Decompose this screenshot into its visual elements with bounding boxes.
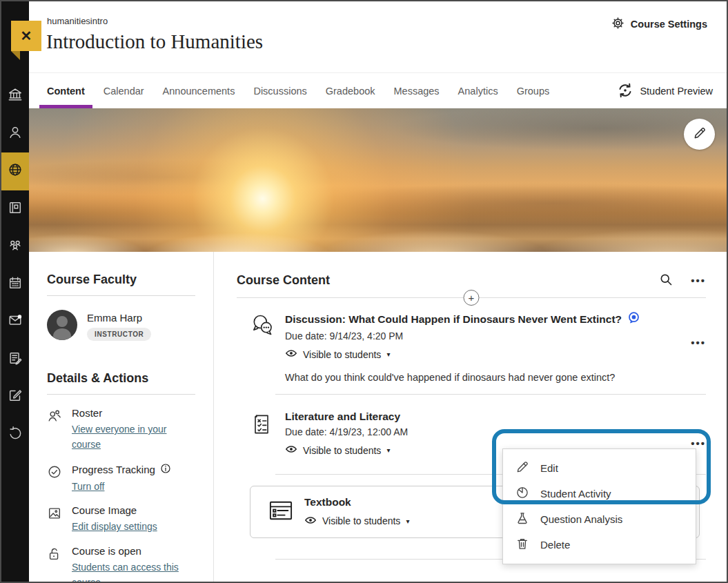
eye-icon (304, 514, 317, 528)
profile-icon (8, 125, 23, 143)
detail-row-course-image: Course Image Edit display settings (47, 504, 195, 534)
nav-courses[interactable] (1, 190, 29, 228)
pencil-icon (693, 126, 707, 142)
item-title-link[interactable]: Literature and Literacy (285, 411, 400, 423)
tab-groups[interactable]: Groups (517, 73, 550, 108)
page-title: Introduction to Humanities (46, 30, 263, 53)
course-open-link[interactable]: Students can access this course (72, 560, 195, 583)
student-preview-icon (617, 82, 633, 101)
progress-tracking-link[interactable]: Turn off (72, 479, 104, 494)
detail-row-roster: Roster View everyone in your course (47, 407, 195, 453)
content-more-options-button[interactable]: ••• (691, 275, 706, 286)
course-banner-image (29, 108, 727, 252)
grades-icon (8, 350, 23, 368)
edit-banner-button[interactable] (684, 119, 715, 150)
course-image-link[interactable]: Edit display settings (72, 519, 157, 534)
test-icon (250, 411, 275, 457)
tab-calendar[interactable]: Calendar (104, 73, 144, 108)
tab-discussions[interactable]: Discussions (253, 73, 306, 108)
item-description: What do you think could've happened if d… (285, 372, 706, 383)
eye-icon (285, 443, 297, 457)
item-context-menu: Edit Student Activity Question Analysis … (502, 448, 696, 564)
detail-row-progress-tracking: Progress Tracking Turn off (47, 463, 195, 494)
document-icon (268, 499, 294, 525)
role-badge: INSTRUCTOR (87, 328, 151, 341)
visibility-dropdown[interactable]: Visible to students ▾ (285, 347, 706, 362)
avatar (47, 310, 77, 340)
image-icon (47, 504, 63, 534)
faculty-name: Emma Harp (87, 310, 151, 324)
nav-institution[interactable] (1, 77, 29, 115)
tab-announcements[interactable]: Announcements (163, 73, 235, 108)
nav-tools[interactable] (1, 378, 29, 416)
nav-sign-out[interactable] (1, 416, 29, 454)
tab-messages[interactable]: Messages (394, 73, 440, 108)
institution-icon (8, 87, 23, 105)
discussion-more-options-button[interactable]: ••• (691, 337, 706, 348)
item-title-link[interactable]: Textbook (304, 496, 351, 508)
divider (47, 394, 195, 395)
visibility-dropdown[interactable]: Visible to students ▾ (304, 514, 409, 528)
tab-gradebook[interactable]: Gradebook (326, 73, 375, 108)
roster-icon (47, 407, 63, 453)
course-content-heading: Course Content (237, 273, 330, 288)
globe-icon (8, 162, 23, 180)
chevron-down-icon: ▾ (386, 446, 390, 454)
search-icon (659, 273, 673, 288)
menu-item-edit[interactable]: Edit (503, 455, 696, 481)
test-more-options-button[interactable]: ••• (691, 437, 706, 449)
tab-analytics[interactable]: Analytics (458, 73, 498, 108)
course-page: ✕ humanitiesintro Introduction to Humani… (0, 0, 728, 583)
flask-icon (515, 511, 529, 527)
nav-profile[interactable] (1, 115, 29, 153)
item-title-link[interactable]: Discussion: What Could Happen if Dinosau… (285, 313, 622, 326)
menu-item-question-analysis[interactable]: Question Analysis (503, 506, 696, 532)
course-faculty-heading: Course Faculty (47, 273, 195, 287)
student-preview-button[interactable]: Student Preview (617, 73, 713, 109)
content-item-discussion: Discussion: What Could Happen if Dinosau… (237, 298, 706, 394)
menu-item-delete[interactable]: Delete (503, 532, 696, 557)
open-lock-icon (47, 545, 63, 583)
nav-calendar[interactable] (1, 266, 29, 304)
course-details-panel: Course Faculty Emma Harp INSTRUCTOR Deta… (29, 252, 214, 582)
discussion-icon (250, 311, 275, 383)
pie-chart-icon (515, 486, 529, 502)
messages-icon (8, 313, 23, 330)
due-date: Due date: 9/14/23, 4:20 PM (285, 330, 706, 342)
pencil-icon (515, 460, 529, 476)
chevron-down-icon: ▾ (406, 517, 409, 525)
nav-messages[interactable] (1, 303, 29, 341)
calendar-icon (8, 275, 23, 293)
gear-icon (611, 17, 624, 32)
breadcrumb: humanitiesintro (47, 16, 108, 26)
info-icon[interactable] (160, 463, 171, 476)
course-settings-button[interactable]: Course Settings (611, 17, 707, 32)
detail-row-course-open: Course is open Students can access this … (47, 545, 195, 583)
course-tabbar: Content Calendar Announcements Discussio… (29, 72, 727, 108)
chevron-down-icon: ▾ (386, 350, 390, 358)
tab-content[interactable]: Content (47, 73, 85, 108)
courses-icon (8, 200, 23, 218)
check-circle-icon (47, 463, 63, 494)
discussion-badge-icon (627, 311, 640, 327)
nav-organizations[interactable] (1, 228, 29, 266)
details-actions-heading: Details & Actions (47, 371, 195, 386)
roster-link[interactable]: View everyone in your course (72, 422, 195, 453)
trash-icon (515, 537, 529, 553)
menu-item-student-activity[interactable]: Student Activity (503, 481, 696, 506)
due-date: Due date: 4/19/23, 12:00 AM (285, 426, 706, 437)
nav-grades[interactable] (1, 341, 29, 379)
search-button[interactable] (659, 273, 673, 288)
close-icon: ✕ (21, 28, 32, 44)
divider (47, 295, 195, 296)
course-header: humanitiesintro Introduction to Humaniti… (29, 1, 727, 72)
faculty-member[interactable]: Emma Harp INSTRUCTOR (47, 310, 195, 341)
tools-icon (8, 388, 23, 406)
eye-icon (285, 347, 297, 362)
close-course-tag[interactable]: ✕ (11, 21, 41, 51)
sign-out-icon (8, 426, 23, 444)
organizations-icon (8, 237, 23, 255)
base-nav-rail (1, 1, 29, 582)
nav-activity-stream[interactable] (1, 152, 29, 190)
